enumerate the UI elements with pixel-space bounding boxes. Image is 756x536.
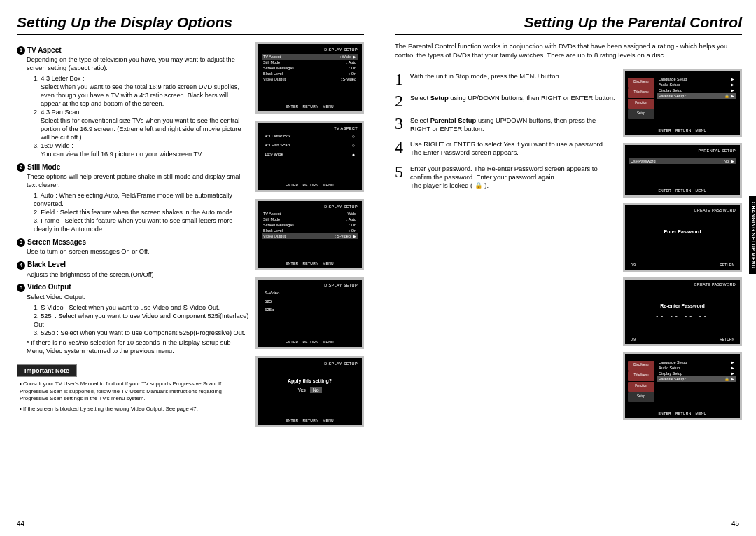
step-5: 5 Enter your password. The Re-enter Pass… — [395, 165, 616, 191]
tv-aspect-heading: 1TV Aspect — [17, 46, 250, 55]
fine-print-1: Consult your TV User's Manual to find ou… — [20, 380, 250, 401]
video-output-heading: 5Video Output — [17, 283, 250, 291]
thumb-tv-aspect: TV ASPECT 4:3 Letter Box 4:3 Pan Scan 16… — [255, 121, 364, 192]
thumb-setup-menu-1: Disc Menu Title Menu Function Setup Lang… — [623, 69, 742, 137]
still-mode-heading: 2Still Mode — [17, 163, 250, 172]
thumb-display-setup-2: DISPLAY SETUP TV Aspect: Wide Still Mode… — [255, 199, 364, 270]
screen-messages-heading: 3Screen Messages — [17, 238, 250, 247]
black-level-heading: 4Black Level — [17, 261, 250, 269]
step-3: 3 Select Parental Setup using UP/DOWN bu… — [395, 116, 616, 133]
right-thumbnails: Disc Menu Title Menu Function Setup Lang… — [623, 69, 742, 420]
parental-intro: The Parental Control function works in c… — [395, 42, 742, 60]
page-number-right: 45 — [732, 520, 739, 528]
page-number-left: 44 — [17, 520, 24, 528]
thumb-parental-setup: PARENTAL SETUP Use Password: No ENTERRET… — [623, 143, 742, 198]
thumb-reenter-password: CREATE PASSWORD Re-enter Password -- -- … — [623, 277, 742, 346]
page-right: Setting Up the Parental Control The Pare… — [378, 0, 756, 536]
thumb-display-setup-1: DISPLAY SETUP TV Aspect: Wide Still Mode… — [255, 42, 364, 114]
page-left: Setting Up the Display Options 1TV Aspec… — [0, 0, 378, 536]
step-1: 1 With the unit in Stop mode, press the … — [395, 72, 616, 88]
important-note-label: Important Note — [17, 364, 77, 377]
thumb-apply-setting: DISPLAY SETUP Apply this setting? Yes No… — [255, 356, 364, 427]
manual-spread: Setting Up the Display Options 1TV Aspec… — [0, 0, 756, 536]
step-2: 2 Select Setup using UP/DOWN buttons, th… — [395, 94, 616, 109]
thumb-enter-password: CREATE PASSWORD Enter Password -- -- -- … — [623, 203, 742, 272]
left-thumbnails: DISPLAY SETUP TV Aspect: Wide Still Mode… — [255, 42, 364, 427]
tv-aspect-intro: Depending on the type of television you … — [27, 56, 250, 73]
fine-print-2: If the screen is blocked by setting the … — [20, 406, 250, 413]
section-tab: CHANGING SETUP MENU — [749, 196, 756, 274]
page-right-title: Setting Up the Parental Control — [395, 14, 742, 35]
thumb-video-output: DISPLAY SETUP S-Video 525i 525p ENTERRET… — [255, 277, 364, 349]
step-4: 4 Use RIGHT or ENTER to select Yes if yo… — [395, 140, 616, 157]
page-left-title: Setting Up the Display Options — [17, 14, 364, 35]
thumb-setup-menu-2: Disc Menu Title Menu Function Setup Lang… — [623, 352, 742, 420]
